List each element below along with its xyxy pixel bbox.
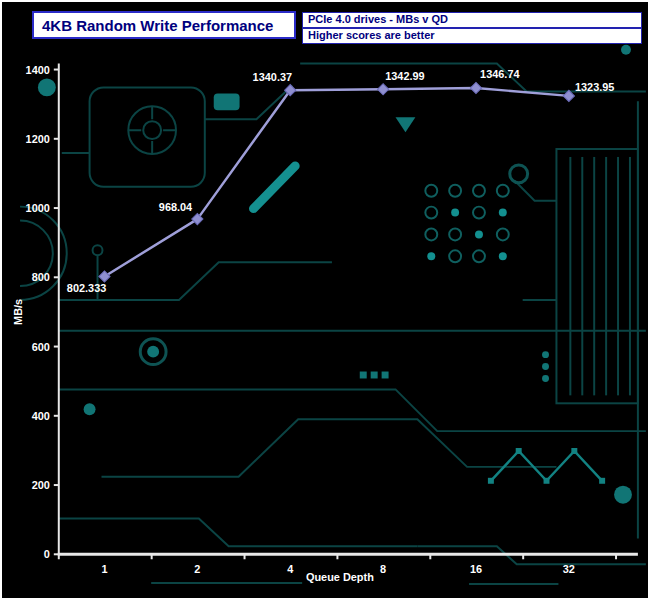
x-tick-label: 32 bbox=[563, 563, 575, 575]
chart-canvas: 4KB Random Write Performance PCIe 4.0 dr… bbox=[0, 0, 650, 600]
data-point-marker bbox=[377, 84, 388, 95]
data-point-marker bbox=[563, 90, 574, 101]
chart-subtitle-drives: PCIe 4.0 drives - MBs v QD bbox=[302, 12, 642, 28]
data-point-marker bbox=[470, 82, 481, 93]
x-tick-label: 4 bbox=[287, 563, 293, 575]
x-tick-label: 16 bbox=[470, 563, 482, 575]
y-tick-label: 1200 bbox=[26, 133, 50, 145]
y-tick-label: 400 bbox=[32, 410, 50, 422]
y-tick-label: 1400 bbox=[26, 64, 50, 76]
data-point-label: 802.333 bbox=[67, 282, 106, 294]
y-tick-label: 800 bbox=[32, 271, 50, 283]
x-tick-label: 1 bbox=[101, 563, 107, 575]
y-tick-label: 0 bbox=[44, 548, 50, 560]
chart-subtitle-note-text: Higher scores are better bbox=[308, 29, 435, 41]
series-line bbox=[104, 88, 568, 276]
line-chart: 020040060080010001200140012481632Queue D… bbox=[2, 2, 648, 598]
data-point-marker bbox=[99, 271, 110, 282]
x-tick-label: 2 bbox=[194, 563, 200, 575]
y-tick-label: 200 bbox=[32, 479, 50, 491]
x-axis-title: Queue Depth bbox=[306, 571, 374, 583]
chart-subtitle-note: Higher scores are better bbox=[302, 28, 642, 44]
chart-title-text: 4KB Random Write Performance bbox=[42, 17, 273, 34]
y-axis-title: MB/s bbox=[12, 299, 24, 325]
x-tick-label: 8 bbox=[380, 563, 386, 575]
chart-title: 4KB Random Write Performance bbox=[32, 11, 296, 39]
data-point-label: 968.04 bbox=[159, 201, 192, 213]
data-point-label: 1346.74 bbox=[480, 68, 519, 80]
y-tick-label: 1000 bbox=[26, 202, 50, 214]
data-point-label: 1340.37 bbox=[253, 71, 292, 83]
chart-subtitle-drives-text: PCIe 4.0 drives - MBs v QD bbox=[308, 13, 448, 25]
data-point-label: 1342.99 bbox=[385, 70, 424, 82]
y-tick-label: 600 bbox=[32, 341, 50, 353]
data-point-label: 1323.95 bbox=[575, 81, 614, 93]
